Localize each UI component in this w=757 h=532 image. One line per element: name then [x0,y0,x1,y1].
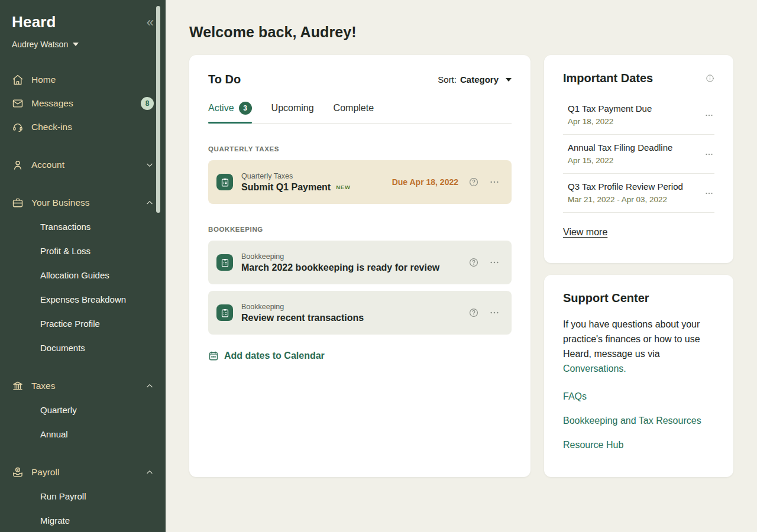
task-march-bookkeeping-review[interactable]: Bookkeeping March 2022 bookkeeping is re… [208,241,512,284]
date-item-q1-tax-payment[interactable]: Q1 Tax Payment Due Apr 18, 2022 [563,96,714,135]
sidebar-item-transactions[interactable]: Transactions [12,215,154,239]
more-options-icon[interactable] [704,188,714,199]
user-name: Audrey Watson [12,40,68,49]
sidebar-item-label: Your Business [31,197,90,208]
support-body-text: If you have questions about your practic… [563,319,700,359]
chevron-up-icon [145,468,154,476]
chevron-up-icon [145,199,154,207]
sidebar-item-label: Taxes [31,381,56,391]
more-options-icon[interactable] [489,257,500,268]
sidebar-item-profit-loss[interactable]: Profit & Loss [12,239,154,263]
chevron-down-icon [73,43,79,46]
faqs-link[interactable]: FAQs [563,391,714,402]
date-item-date: Apr 18, 2022 [568,117,613,126]
help-icon[interactable] [468,177,479,187]
info-icon[interactable] [706,74,714,83]
tab-label: Complete [334,103,374,113]
conversations-link[interactable]: Conversations. [563,364,626,374]
calendar-icon [208,351,219,361]
add-dates-label: Add dates to Calendar [224,351,325,361]
task-text: Bookkeeping March 2022 bookkeeping is re… [241,252,439,273]
task-category: Quarterly Taxes [241,172,351,180]
date-item-q3-tax-profile-review[interactable]: Q3 Tax Profile Review Period Mar 21, 202… [563,174,714,213]
task-title: Review recent transactions [241,313,364,323]
resource-hub-link[interactable]: Resource Hub [563,440,714,450]
more-options-icon[interactable] [704,110,714,121]
help-icon[interactable] [468,307,479,318]
sort-dropdown[interactable]: Sort: Category [438,74,512,85]
sidebar-item-migrate[interactable]: Migrate [12,508,154,532]
more-options-icon[interactable] [489,307,500,318]
todo-title: To Do [208,73,241,86]
chevron-down-icon [506,78,512,82]
tab-label: Upcoming [271,103,314,113]
date-item-text: Q1 Tax Payment Due Apr 18, 2022 [568,103,652,126]
important-dates-card: Important Dates Q1 Tax Payment Due Apr 1… [544,55,733,263]
date-item-date: Apr 15, 2022 [568,156,613,165]
app-logo: Heard [12,13,56,31]
active-count-badge: 3 [239,102,252,115]
date-item-annual-tax-filing[interactable]: Annual Tax Filing Deadline Apr 15, 2022 [563,135,714,174]
sidebar-scrollbar[interactable] [156,6,160,213]
sidebar-item-check-ins[interactable]: Check-ins [12,115,154,139]
support-center-title: Support Center [563,291,714,305]
messages-count-badge: 8 [141,97,154,110]
section-header-quarterly-taxes: QUARTERLY TAXES [208,145,512,153]
sidebar-item-messages[interactable]: Messages 8 [12,92,154,115]
briefcase-icon [12,197,24,209]
bank-icon [12,380,24,392]
date-item-text: Annual Tax Filing Deadline Apr 15, 2022 [568,142,672,166]
add-dates-to-calendar-link[interactable]: Add dates to Calendar [208,351,512,361]
home-icon [12,74,24,86]
task-review-recent-transactions[interactable]: Bookkeeping Review recent transactions [208,291,512,335]
sidebar-item-label: Messages [31,98,73,109]
sidebar-item-account[interactable]: Account [12,153,154,177]
task-category: Bookkeeping [241,303,364,311]
sidebar-item-home[interactable]: Home [12,68,154,92]
tab-active[interactable]: Active 3 [208,102,252,123]
main-content: Welcome back, Audrey! To Do Sort: Catego… [166,0,757,532]
support-center-card: Support Center If you have questions abo… [544,275,733,477]
sidebar-item-documents[interactable]: Documents [12,336,154,360]
tab-label: Active [208,103,234,113]
clipboard-icon [216,254,233,271]
help-icon[interactable] [468,257,479,268]
bookkeeping-tax-resources-link[interactable]: Bookkeeping and Tax Resources [563,416,714,426]
sidebar-nav: Home Messages 8 Check-ins Account You [12,68,154,532]
user-menu[interactable]: Audrey Watson [12,40,154,49]
task-text: Bookkeeping Review recent transactions [241,303,364,323]
tab-upcoming[interactable]: Upcoming [271,102,314,123]
task-title: Submit Q1 Payment [241,182,331,193]
task-submit-q1-payment[interactable]: Quarterly Taxes Submit Q1 Payment NEW Du… [208,160,512,204]
clipboard-icon [216,174,233,190]
sidebar-item-expenses-breakdown[interactable]: Expenses Breakdown [12,287,154,312]
date-item-title: Q1 Tax Payment Due [568,103,652,113]
sidebar-item-taxes[interactable]: Taxes [12,374,154,398]
payroll-icon [12,466,24,478]
date-item-date: Mar 21, 2022 - Apr 03, 2022 [568,195,667,204]
more-options-icon[interactable] [704,149,714,160]
sidebar-collapse-icon[interactable]: « [147,16,154,29]
date-item-text: Q3 Tax Profile Review Period Mar 21, 202… [568,181,683,205]
clipboard-icon [216,304,233,321]
section-header-bookkeeping: BOOKKEEPING [208,226,512,233]
chevron-up-icon [145,382,154,390]
view-more-link[interactable]: View more [563,227,607,238]
more-options-icon[interactable] [489,177,500,187]
tab-complete[interactable]: Complete [334,102,374,123]
sidebar: Heard « Audrey Watson Home Messages 8 Ch… [0,0,166,532]
sidebar-item-practice-profile[interactable]: Practice Profile [12,312,154,336]
headset-icon [12,121,24,133]
sidebar-item-payroll[interactable]: Payroll [12,460,154,484]
user-icon [12,159,24,171]
todo-card: To Do Sort: Category Active 3 Upcoming C… [189,55,530,477]
sidebar-item-run-payroll[interactable]: Run Payroll [12,484,154,508]
sidebar-item-annual[interactable]: Annual [12,422,154,446]
task-category: Bookkeeping [241,252,439,261]
sidebar-item-allocation-guides[interactable]: Allocation Guides [12,263,154,287]
sidebar-item-label: Check-ins [31,122,72,132]
sidebar-item-your-business[interactable]: Your Business [12,191,154,215]
sidebar-item-quarterly[interactable]: Quarterly [12,398,154,422]
sort-value: Category [460,74,499,85]
sort-label: Sort: [438,74,457,85]
